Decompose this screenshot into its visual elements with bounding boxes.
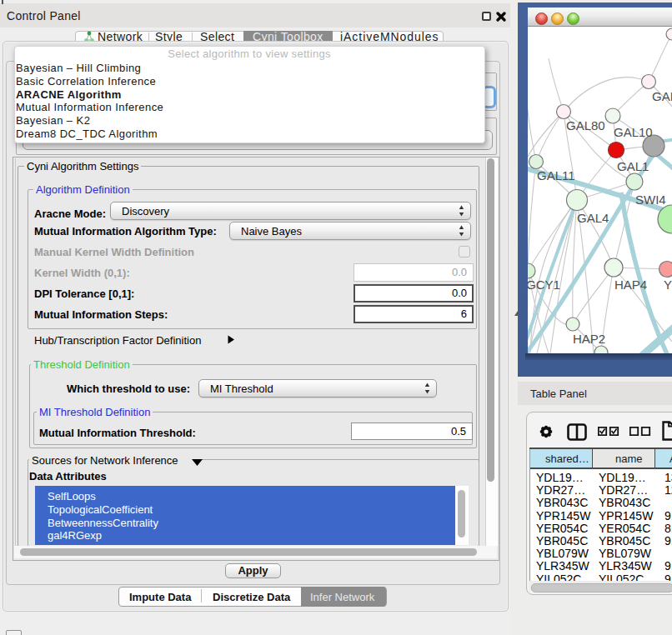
svg-text:GCY1: GCY1 <box>528 278 560 292</box>
svg-text:GAL2: GAL2 <box>652 89 672 103</box>
svg-text:GAL80: GAL80 <box>566 118 605 132</box>
svg-text:Y: Y <box>664 278 672 292</box>
svg-text:HAP2: HAP2 <box>573 332 605 346</box>
svg-text:SWI4: SWI4 <box>635 192 666 207</box>
svg-text:GAL1: GAL1 <box>617 159 649 173</box>
svg-text:GAL4: GAL4 <box>577 211 609 225</box>
svg-text:GAL11: GAL11 <box>537 168 575 182</box>
svg-text:GAL10: GAL10 <box>614 125 653 139</box>
svg-text:HAP4: HAP4 <box>614 278 647 292</box>
